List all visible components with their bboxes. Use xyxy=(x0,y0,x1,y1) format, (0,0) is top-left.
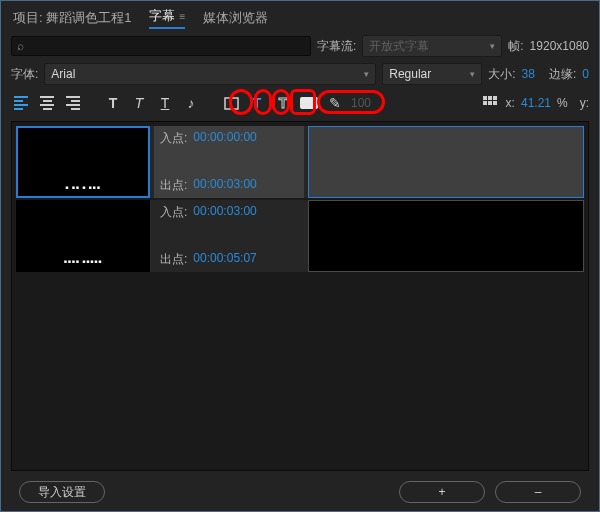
out-label: 出点: xyxy=(160,177,187,194)
clip-info: 入点:00:00:03:00 出点:00:00:05:07 xyxy=(154,200,304,272)
clip-text-editor[interactable] xyxy=(308,126,584,198)
out-value[interactable]: 00:00:03:00 xyxy=(193,177,256,194)
app-window: 项目: 舞蹈调色工程1 字幕 ≡ 媒体浏览器 ⌕ 字幕流: 开放式字幕 ▾ 帧:… xyxy=(0,0,600,512)
clip-row[interactable]: ■■■■ ■■■■■ 入点:00:00:03:00 出点:00:00:05:07 xyxy=(16,200,584,272)
add-caption-button[interactable]: + xyxy=(399,481,485,503)
remove-caption-button[interactable]: – xyxy=(495,481,581,503)
search-input[interactable]: ⌕ xyxy=(11,36,311,56)
text-bg-button[interactable]: T xyxy=(247,93,267,113)
search-icon: ⌕ xyxy=(17,39,24,53)
font-row: 字体: Arial ▾ Regular ▾ 大小: 38 边缘: 0 xyxy=(11,63,589,85)
panel-footer: 导入设置 + – xyxy=(11,477,589,507)
text-outline-button[interactable]: T xyxy=(273,93,293,113)
font-style-dropdown[interactable]: Regular ▾ xyxy=(382,63,482,85)
clip-text-editor[interactable] xyxy=(308,200,584,272)
size-value[interactable]: 38 xyxy=(522,67,535,81)
x-value[interactable]: 41.21 xyxy=(521,96,551,110)
clip-row[interactable]: ■ ■■ ■ ■■■ 入点:00:00:00:00 出点:00:00:03:00 xyxy=(16,126,584,198)
chevron-down-icon: ▾ xyxy=(364,69,369,79)
tab-captions[interactable]: 字幕 ≡ xyxy=(149,7,185,29)
edge-label: 边缘: xyxy=(549,66,576,83)
clip-thumbnail[interactable]: ■ ■■ ■ ■■■ xyxy=(16,126,150,198)
align-right-button[interactable] xyxy=(63,93,83,113)
tab-media-browser[interactable]: 媒体浏览器 xyxy=(203,9,268,27)
edge-value[interactable]: 0 xyxy=(582,67,589,81)
italic-button[interactable]: T xyxy=(129,93,149,113)
bold-button[interactable]: T xyxy=(103,93,123,113)
thumb-caption-text: ■ ■■ ■ ■■■ xyxy=(65,184,100,190)
out-label: 出点: xyxy=(160,251,187,268)
font-style-value: Regular xyxy=(389,67,431,81)
music-note-button[interactable]: ♪ xyxy=(181,93,201,113)
eyedropper-button[interactable]: ✎ xyxy=(325,93,345,113)
font-family-value: Arial xyxy=(51,67,75,81)
fill-color-button[interactable] xyxy=(299,93,319,113)
tab-captions-label: 字幕 xyxy=(149,7,175,25)
percent-label: % xyxy=(557,96,568,110)
hamburger-icon[interactable]: ≡ xyxy=(179,11,185,22)
format-toolbar: T T T ♪ T T ✎ 100 x: 41.21 % y: xyxy=(11,91,589,115)
grid-display-button[interactable] xyxy=(480,93,500,113)
stream-label: 字幕流: xyxy=(317,38,356,55)
align-left-button[interactable] xyxy=(11,93,31,113)
frame-label: 帧: xyxy=(508,38,523,55)
opacity-value[interactable]: 100 xyxy=(351,96,371,110)
svg-rect-0 xyxy=(225,98,238,109)
clip-list: ■ ■■ ■ ■■■ 入点:00:00:00:00 出点:00:00:03:00… xyxy=(11,121,589,471)
in-value[interactable]: 00:00:03:00 xyxy=(193,204,256,221)
in-value[interactable]: 00:00:00:00 xyxy=(193,130,256,147)
font-family-dropdown[interactable]: Arial ▾ xyxy=(44,63,376,85)
search-row: ⌕ 字幕流: 开放式字幕 ▾ 帧: 1920x1080 xyxy=(11,35,589,57)
stream-value: 开放式字幕 xyxy=(369,38,429,55)
chevron-down-icon: ▾ xyxy=(470,69,475,79)
clip-thumbnail[interactable]: ■■■■ ■■■■■ xyxy=(16,200,150,272)
align-center-button[interactable] xyxy=(37,93,57,113)
x-label: x: xyxy=(506,96,515,110)
thumb-caption-text: ■■■■ ■■■■■ xyxy=(64,258,103,264)
in-label: 入点: xyxy=(160,204,187,221)
y-label: y: xyxy=(580,96,589,110)
tab-project[interactable]: 项目: 舞蹈调色工程1 xyxy=(13,9,131,27)
stream-dropdown[interactable]: 开放式字幕 ▾ xyxy=(362,35,502,57)
rect-bg-button[interactable] xyxy=(221,93,241,113)
in-label: 入点: xyxy=(160,130,187,147)
captions-panel: ⌕ 字幕流: 开放式字幕 ▾ 帧: 1920x1080 字体: Arial ▾ … xyxy=(3,31,597,511)
font-label: 字体: xyxy=(11,66,38,83)
underline-button[interactable]: T xyxy=(155,93,175,113)
chevron-down-icon: ▾ xyxy=(490,41,495,51)
frame-value: 1920x1080 xyxy=(530,39,589,53)
tab-bar: 项目: 舞蹈调色工程1 字幕 ≡ 媒体浏览器 xyxy=(3,3,597,31)
size-label: 大小: xyxy=(488,66,515,83)
clip-info: 入点:00:00:00:00 出点:00:00:03:00 xyxy=(154,126,304,198)
out-value[interactable]: 00:00:05:07 xyxy=(193,251,256,268)
import-settings-button[interactable]: 导入设置 xyxy=(19,481,105,503)
